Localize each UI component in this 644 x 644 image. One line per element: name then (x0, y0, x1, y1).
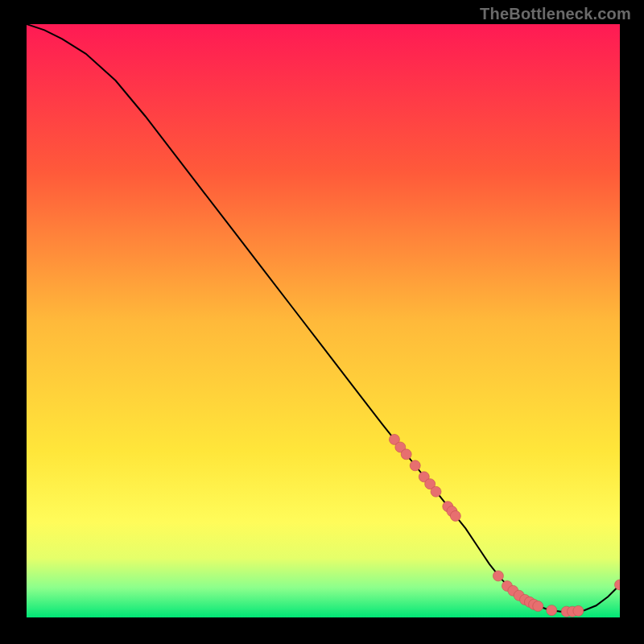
data-marker (450, 510, 460, 521)
watermark-text: TheBottleneck.com (480, 5, 631, 23)
data-marker (493, 571, 503, 581)
data-marker (401, 449, 411, 460)
bottleneck-curve (27, 24, 620, 612)
data-marker (410, 460, 420, 471)
data-marker (533, 601, 543, 612)
data-marker (431, 486, 441, 497)
marker-group (389, 434, 620, 617)
chart-plot-area (27, 24, 620, 617)
chart-overlay (27, 24, 620, 617)
data-marker (547, 605, 557, 616)
data-marker (573, 605, 584, 616)
